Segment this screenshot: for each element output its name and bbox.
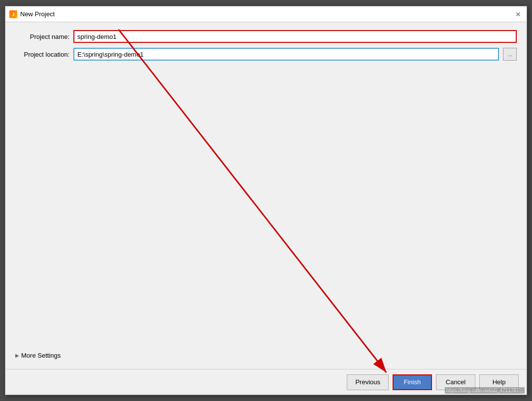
project-name-row: Project name: [15,30,517,43]
dialog-content: Project name: Project location: ... ▶ Mo… [5,22,527,369]
close-button[interactable]: ✕ [514,10,523,19]
dialog-title-left: J New Project [9,10,55,18]
project-location-row: Project location: ... [15,48,517,61]
dialog-icon: J [9,10,17,18]
new-project-dialog: J New Project ✕ Project name: Project lo… [5,6,527,395]
content-spacer [15,66,517,345]
previous-button[interactable]: Previous [347,374,389,390]
finish-button[interactable]: Finish [393,374,432,390]
more-settings-section[interactable]: ▶ More Settings [15,350,517,361]
dialog-titlebar: J New Project ✕ [5,6,527,22]
project-location-input[interactable] [73,48,499,61]
browse-button[interactable]: ... [503,48,517,61]
more-settings-triangle-icon: ▶ [15,353,19,358]
project-name-label: Project name: [15,33,69,40]
watermark: https://blog.csdn.net/u0_4711787... [445,387,525,394]
project-location-label: Project location: [15,51,69,58]
dialog-title: New Project [20,10,55,18]
project-name-input[interactable] [73,30,517,43]
more-settings-label: More Settings [21,352,61,359]
